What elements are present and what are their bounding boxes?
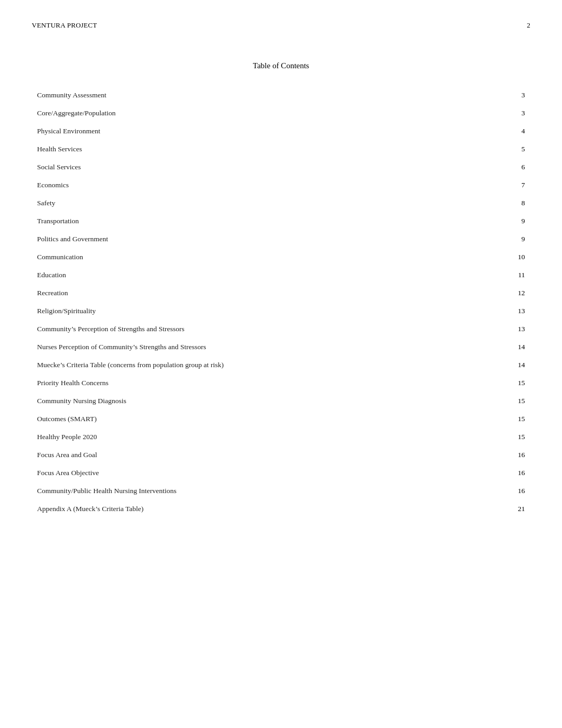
- toc-row: Focus Area and Goal16: [32, 446, 530, 464]
- toc-item-page: 16: [500, 482, 530, 500]
- toc-item-label: Healthy People 2020: [32, 428, 500, 446]
- toc-item-label: Recreation: [32, 284, 500, 302]
- toc-item-label: Muecke’s Criteria Table (concerns from p…: [32, 356, 500, 374]
- toc-item-label: Community Assessment: [32, 86, 500, 104]
- toc-row: Social Services6: [32, 158, 530, 176]
- toc-item-page: 3: [500, 104, 530, 122]
- toc-item-page: 5: [500, 140, 530, 158]
- toc-row: Economics7: [32, 176, 530, 194]
- toc-row: Nurses Perception of Community’s Strengt…: [32, 338, 530, 356]
- toc-item-page: 16: [500, 446, 530, 464]
- page-number: 2: [527, 21, 531, 30]
- toc-item-label: Community’s Perception of Strengths and …: [32, 320, 500, 338]
- toc-item-label: Economics: [32, 176, 500, 194]
- toc-item-page: 15: [500, 374, 530, 392]
- toc-item-label: Communication: [32, 248, 500, 266]
- toc-row: Safety8: [32, 194, 530, 212]
- toc-item-label: Focus Area Objective: [32, 464, 500, 482]
- toc-row: Health Services5: [32, 140, 530, 158]
- toc-row: Core/Aggregate/Population3: [32, 104, 530, 122]
- toc-item-label: Religion/Spirituality: [32, 302, 500, 320]
- toc-item-page: 15: [500, 410, 530, 428]
- toc-row: Focus Area Objective16: [32, 464, 530, 482]
- toc-item-page: 6: [500, 158, 530, 176]
- toc-row: Community’s Perception of Strengths and …: [32, 320, 530, 338]
- toc-item-page: 13: [500, 302, 530, 320]
- toc-item-page: 7: [500, 176, 530, 194]
- toc-item-label: Education: [32, 266, 500, 284]
- toc-row: Appendix A (Mueck’s Criteria Table)21: [32, 500, 530, 518]
- toc-row: Communication10: [32, 248, 530, 266]
- toc-item-label: Nurses Perception of Community’s Strengt…: [32, 338, 500, 356]
- toc-row: Education11: [32, 266, 530, 284]
- toc-item-page: 12: [500, 284, 530, 302]
- toc-table: Community Assessment3Core/Aggregate/Popu…: [32, 86, 530, 518]
- toc-item-label: Community Nursing Diagnosis: [32, 392, 500, 410]
- toc-row: Outcomes (SMART)15: [32, 410, 530, 428]
- toc-item-label: Priority Health Concerns: [32, 374, 500, 392]
- toc-item-page: 15: [500, 392, 530, 410]
- toc-item-label: Focus Area and Goal: [32, 446, 500, 464]
- toc-row: Healthy People 202015: [32, 428, 530, 446]
- toc-item-label: Outcomes (SMART): [32, 410, 500, 428]
- toc-row: Community Nursing Diagnosis15: [32, 392, 530, 410]
- toc-row: Physical Environment4: [32, 122, 530, 140]
- toc-row: Recreation12: [32, 284, 530, 302]
- toc-row: Muecke’s Criteria Table (concerns from p…: [32, 356, 530, 374]
- toc-row: Community/Public Health Nursing Interven…: [32, 482, 530, 500]
- project-title: VENTURA PROJECT: [32, 21, 97, 30]
- toc-item-page: 15: [500, 428, 530, 446]
- toc-item-page: 16: [500, 464, 530, 482]
- toc-item-label: Core/Aggregate/Population: [32, 104, 500, 122]
- toc-item-label: Politics and Government: [32, 230, 500, 248]
- toc-item-page: 9: [500, 230, 530, 248]
- toc-item-label: Social Services: [32, 158, 500, 176]
- toc-item-page: 21: [500, 500, 530, 518]
- toc-item-label: Health Services: [32, 140, 500, 158]
- toc-row: Politics and Government9: [32, 230, 530, 248]
- toc-item-page: 14: [500, 338, 530, 356]
- toc-item-page: 14: [500, 356, 530, 374]
- toc-row: Community Assessment3: [32, 86, 530, 104]
- toc-item-page: 10: [500, 248, 530, 266]
- toc-row: Transportation9: [32, 212, 530, 230]
- toc-item-label: Safety: [32, 194, 500, 212]
- toc-item-label: Transportation: [32, 212, 500, 230]
- toc-item-page: 11: [500, 266, 530, 284]
- toc-item-label: Community/Public Health Nursing Interven…: [32, 482, 500, 500]
- toc-item-page: 8: [500, 194, 530, 212]
- toc-item-label: Physical Environment: [32, 122, 500, 140]
- toc-item-page: 9: [500, 212, 530, 230]
- toc-item-page: 13: [500, 320, 530, 338]
- page-header: VENTURA PROJECT 2: [32, 21, 530, 30]
- toc-title: Table of Contents: [32, 61, 530, 70]
- toc-row: Priority Health Concerns15: [32, 374, 530, 392]
- toc-item-page: 3: [500, 86, 530, 104]
- toc-item-page: 4: [500, 122, 530, 140]
- toc-item-label: Appendix A (Mueck’s Criteria Table): [32, 500, 500, 518]
- toc-row: Religion/Spirituality13: [32, 302, 530, 320]
